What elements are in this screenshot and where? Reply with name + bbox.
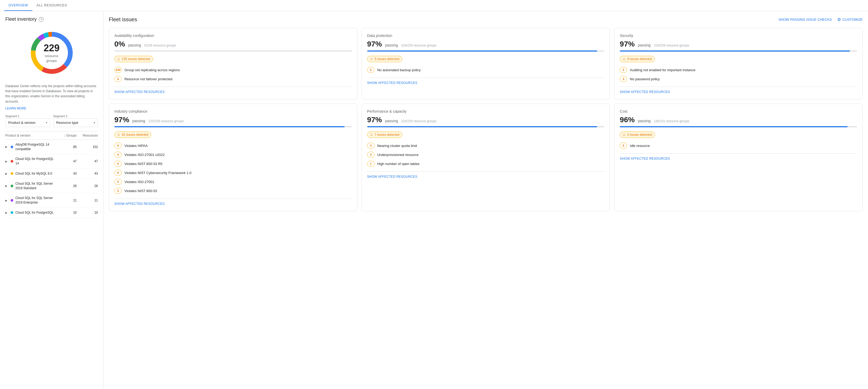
card-percent: 97% [367,116,382,124]
table-row[interactable]: ▶ Cloud SQL for SQL Server 2019 Standard… [5,179,98,193]
progress-bar [114,126,352,127]
show-affected-link[interactable]: SHOW AFFECTED RESOURCES [367,81,604,85]
show-affected-link[interactable]: SHOW AFFECTED RESOURCES [367,175,604,178]
customize-button[interactable]: ⚙ CUSTOMIZE [837,17,863,22]
table-row[interactable]: ▶ Cloud SQL for PostgreSQL 10 10 [5,208,98,218]
segment2-value: Resource type [56,121,79,124]
issues-count: 235 issues detected [122,57,150,61]
card-category: Performance & capacity [367,109,604,113]
segment1-chevron-icon: ▾ [46,121,47,124]
issue-label: Violates NIST Cybersecurity Framework 1.… [124,171,191,175]
progress-bar [114,51,352,52]
card-percent: 97% [114,116,129,124]
table-row[interactable]: ▶ AlloyDB PostgreSQL 14 compatible 85 15… [5,140,98,155]
card-fraction: 0/229 resource groups [144,44,176,47]
table-row[interactable]: ▶ Cloud SQL for SQL Server 2019 Enterpri… [5,193,98,208]
row-groups: 43 [56,172,77,175]
card-availability: Availability configuration 0% passing 0/… [109,28,357,100]
show-passing-link[interactable]: SHOW PASSING ISSUE CHECKS [778,18,832,22]
segment1-value: Product & version [8,121,35,124]
progress-fill [367,51,597,52]
issue-count: 5 [620,143,627,148]
card-cost: Cost 96% passing 136/141 resource groups… [614,104,863,211]
issue-count: 4 [620,76,627,82]
issue-label: Nearing cluster quota limit [377,144,417,148]
issue-item: 5 Auditing not enabled for important ins… [620,65,857,75]
row-groups: 47 [56,160,77,163]
warning-icon: ⚠ [370,133,373,137]
card-data-protection: Data protection 97% passing 224/229 reso… [362,28,610,100]
donut-chart-container: 229 resourcegroups [5,26,98,79]
gear-icon: ⚙ [837,17,841,22]
progress-bar [367,51,604,52]
row-dot [10,185,13,187]
card-divider [114,198,352,199]
card-divider [114,87,352,87]
issue-label: No password policy [630,77,660,81]
issue-item: 6 Violates ISO-27001 v2022 [114,150,352,159]
card-divider [620,87,857,87]
row-resources: 10 [77,211,98,215]
issues-count: 7 issues detected [375,133,399,137]
card-passing-label: passing [132,119,145,123]
cards-grid: Availability configuration 0% passing 0/… [109,28,863,211]
row-expand-icon: ▶ [5,145,9,148]
issue-item: 6 Resource not failover protected [114,75,352,83]
row-expand-icon: ▶ [5,199,9,202]
issue-item: 3 Underprovisioned resource [367,150,604,159]
segment2-select: Segment 2 Resource type ▾ [53,114,98,127]
issue-count: 6 [114,143,122,148]
card-fraction: 223/229 resource groups [148,119,184,123]
tab-all-resources[interactable]: ALL RESOURCES [32,0,71,11]
issue-label: Violates HIPAA [124,144,148,148]
show-affected-link[interactable]: SHOW AFFECTED RESOURCES [114,202,352,206]
issues-badge: ⚠ 9 issues detected [620,56,655,62]
issue-label: Violates NIST 800-53 [124,189,157,193]
issue-item: 5 No automated backup policy [367,65,604,75]
progress-fill [620,51,850,52]
table-row[interactable]: ▶ Cloud SQL for MySQL 8.0 43 43 [5,169,98,179]
row-groups: 85 [56,145,77,149]
issue-item: 229 Group not replicating across regions [114,65,352,75]
segment1-dropdown[interactable]: Product & version ▾ [5,118,50,127]
segment1-select: Segment 1 Product & version ▾ [5,114,50,127]
segment2-dropdown[interactable]: Resource type ▾ [53,118,98,127]
card-passing-row: 0% passing 0/229 resource groups [114,40,352,48]
issue-label: Auditing not enabled for important insta… [630,68,695,72]
row-dot [10,160,13,163]
fleet-issues-title: Fleet issues [109,17,137,23]
issue-count: 5 [620,67,627,73]
issue-label: Group not replicating across regions [124,68,180,72]
card-divider [367,171,604,172]
issues-badge: ⚠ 235 issues detected [114,56,153,62]
row-expand-icon: ▶ [5,172,9,175]
show-affected-link[interactable]: SHOW AFFECTED RESOURCES [114,90,352,94]
card-category: Security [620,33,857,38]
progress-bar [620,126,857,127]
card-industry-compliance: Industry compliance 97% passing 223/229 … [109,104,357,211]
row-name: Cloud SQL for PostgreSQL [16,211,56,215]
segment2-label: Segment 2 [53,114,98,118]
learn-more-link[interactable]: LEARN MORE [5,107,26,110]
issues-badge: ⚠ 42 issues detected [114,132,151,138]
tab-overview[interactable]: OVERVIEW [4,0,32,11]
row-groups: 26 [56,184,77,188]
issue-label: Violates ISO-27001 [124,180,154,184]
show-affected-link[interactable]: SHOW AFFECTED RESOURCES [620,90,857,94]
row-resources: 26 [77,184,98,188]
card-percent: 97% [620,40,634,48]
row-name: Cloud SQL for SQL Server 2019 Standard [16,182,56,191]
card-passing-row: 97% passing 224/229 resource groups [367,116,604,124]
card-percent: 0% [114,40,125,48]
table-row[interactable]: ▶ Cloud SQL for PostgreSQL 14 47 47 [5,154,98,169]
row-resources: 11 [77,198,98,202]
issue-item: 5 Idle resource [620,141,857,150]
row-name: Cloud SQL for MySQL 8.0 [16,171,56,176]
issue-label: No automated backup policy [377,68,421,72]
card-passing-row: 96% passing 136/141 resource groups [620,116,857,124]
show-affected-link[interactable]: SHOW AFFECTED RESOURCES [620,157,857,161]
help-icon[interactable]: ? [39,17,43,22]
card-category: Availability configuration [114,33,352,38]
fleet-inventory-title: Fleet inventory [5,17,37,22]
table-header: Product & version ↓ Groups Resources [5,132,98,140]
